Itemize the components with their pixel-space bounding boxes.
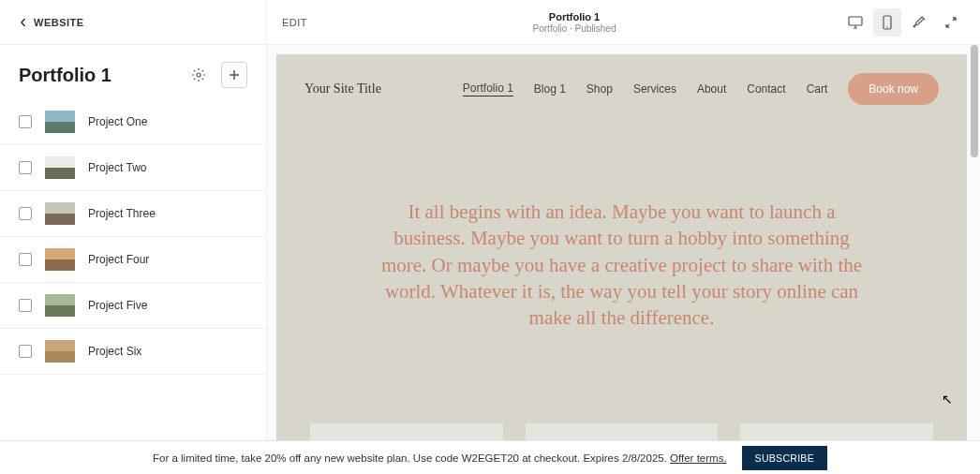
back-nav[interactable]: WEBSITE <box>0 0 266 45</box>
project-card[interactable] <box>526 423 719 440</box>
site-title[interactable]: Your Site Title <box>304 81 381 96</box>
checkbox[interactable] <box>19 115 32 128</box>
nav-link[interactable]: Blog 1 <box>534 82 566 96</box>
nav-link[interactable]: About <box>697 82 726 96</box>
desktop-view-button[interactable] <box>841 8 869 37</box>
thumbnail <box>45 202 75 225</box>
site-nav: Your Site Title Portfolio 1Blog 1ShopSer… <box>276 54 967 124</box>
book-now-button[interactable]: Book now <box>848 73 939 105</box>
project-name: Project Five <box>88 299 147 312</box>
thumbnail <box>45 248 75 271</box>
checkbox[interactable] <box>19 161 32 174</box>
subscribe-button[interactable]: SUBSCRIBE <box>742 446 827 470</box>
thumbnail <box>45 340 75 363</box>
collection-title: Portfolio 1 <box>19 65 111 86</box>
back-label: WEBSITE <box>34 17 84 28</box>
gear-icon <box>191 67 206 82</box>
add-button[interactable] <box>221 62 247 88</box>
list-item[interactable]: Project Four <box>0 237 266 283</box>
project-name: Project Three <box>88 207 156 220</box>
list-item[interactable]: Project One <box>0 99 266 145</box>
preview-pane: EDIT Portfolio 1 Portfolio · Published Y… <box>267 0 980 440</box>
desktop-icon <box>848 16 863 29</box>
nav-link[interactable]: Shop <box>587 82 613 96</box>
thumbnail <box>45 111 75 133</box>
mobile-view-button[interactable] <box>873 8 901 37</box>
styles-button[interactable] <box>905 8 933 37</box>
thumbnail <box>45 156 75 179</box>
project-card[interactable] <box>740 423 933 440</box>
checkbox[interactable] <box>19 253 32 266</box>
list-item[interactable]: Project Two <box>0 145 266 191</box>
preview-subtitle: Portfolio · Published <box>533 23 616 34</box>
paintbrush-icon <box>912 15 927 30</box>
nav-link[interactable]: Portfolio 1 <box>463 81 513 96</box>
svg-rect-1 <box>849 17 862 25</box>
scrollbar[interactable] <box>971 45 978 157</box>
edit-button[interactable]: EDIT <box>282 17 307 28</box>
preview-page-info: Portfolio 1 Portfolio · Published <box>533 11 616 34</box>
expand-button[interactable] <box>937 8 965 37</box>
nav-link[interactable]: Services <box>633 82 676 96</box>
project-name: Project Two <box>88 161 146 174</box>
thumbnail <box>45 294 75 317</box>
preview-title: Portfolio 1 <box>533 11 616 22</box>
project-card[interactable] <box>310 423 503 440</box>
promo-text: For a limited time, take 20% off any new… <box>153 452 667 464</box>
nav-link[interactable]: Contact <box>747 82 785 96</box>
sidebar: WEBSITE Portfolio 1 Project OneProject T… <box>0 0 267 440</box>
checkbox[interactable] <box>19 345 32 358</box>
chevron-left-icon <box>19 18 28 27</box>
offer-terms-link[interactable]: Offer terms. <box>670 452 727 464</box>
expand-icon <box>944 16 958 29</box>
list-item[interactable]: Project Five <box>0 283 266 329</box>
list-item[interactable]: Project Six <box>0 329 266 375</box>
checkbox[interactable] <box>19 207 32 220</box>
checkbox[interactable] <box>19 299 32 312</box>
site-canvas[interactable]: Your Site Title Portfolio 1Blog 1ShopSer… <box>276 54 967 440</box>
project-name: Project Four <box>88 253 149 266</box>
project-name: Project Six <box>88 345 141 358</box>
svg-point-0 <box>197 73 200 77</box>
mobile-icon <box>883 15 892 30</box>
sidebar-header: Portfolio 1 <box>0 45 266 99</box>
plus-icon <box>228 68 241 81</box>
promo-bar: For a limited time, take 20% off any new… <box>0 440 980 474</box>
settings-button[interactable] <box>186 62 212 88</box>
preview-toolbar: EDIT Portfolio 1 Portfolio · Published <box>267 0 980 45</box>
project-name: Project One <box>88 115 147 128</box>
hero-text[interactable]: It all begins with an idea. Maybe you wa… <box>379 199 866 332</box>
project-grid <box>276 423 967 440</box>
svg-point-3 <box>886 26 887 27</box>
project-list: Project OneProject TwoProject ThreeProje… <box>0 99 266 440</box>
nav-link[interactable]: Cart <box>807 82 828 96</box>
list-item[interactable]: Project Three <box>0 191 266 237</box>
